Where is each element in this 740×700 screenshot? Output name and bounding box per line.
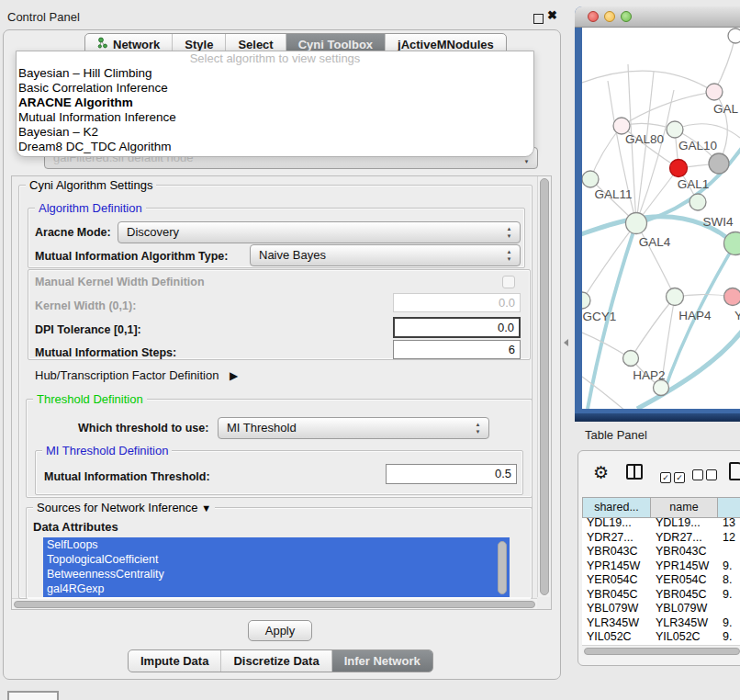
data-attributes-label: Data Attributes: [33, 520, 118, 534]
table-row[interactable]: YDR27...YDR27...12: [582, 531, 740, 546]
table-horizontal-scrollbar[interactable]: [582, 645, 740, 656]
sources-title-text: Sources for Network Inference: [37, 501, 198, 514]
mi-algorithm-type-value: Naive Bayes: [251, 245, 520, 265]
node-bottom[interactable]: [654, 380, 669, 396]
node-gal4[interactable]: [626, 213, 647, 234]
close-panel-icon[interactable]: ✖: [547, 8, 557, 22]
node-gal[interactable]: [706, 84, 723, 100]
expander-collapsed-icon: ▶: [230, 369, 238, 382]
list-item-gal4rgexp[interactable]: gal4RGexp: [43, 581, 510, 596]
aracne-mode-label: Aracne Mode:: [35, 226, 111, 239]
group-title-mi-threshold: MI Threshold Definition: [42, 444, 172, 457]
apply-button[interactable]: Apply: [248, 620, 312, 641]
table-row[interactable]: YPR145WYPR145W9.: [582, 559, 740, 574]
minimize-window-icon[interactable]: [604, 11, 615, 22]
kernel-width-input[interactable]: 0.0: [393, 293, 521, 312]
node-hap4[interactable]: [667, 288, 684, 306]
mi-steps-input[interactable]: 6: [393, 340, 521, 359]
aracne-mode-value: Discovery: [118, 222, 520, 243]
combo-stepper-icon: ▲▼: [505, 248, 513, 263]
expander-expanded-icon: ▼: [201, 502, 211, 514]
unselect-all-columns-icon[interactable]: [692, 468, 717, 484]
list-item-selfloops[interactable]: SelfLoops: [43, 537, 510, 552]
dropdown-item-mutual-information[interactable]: Mutual Information Inference: [17, 110, 533, 125]
which-threshold-combo[interactable]: MI Threshold ▲▼: [218, 417, 489, 439]
node-label-gal11: GAL11: [594, 187, 632, 201]
node-gal11[interactable]: [582, 171, 599, 187]
kernel-width-label: Kernel Width (0,1):: [35, 299, 136, 312]
split-columns-icon[interactable]: [626, 464, 643, 480]
table-row[interactable]: YBL079WYBL079W: [582, 602, 740, 616]
mi-algorithm-type-combo[interactable]: Naive Bayes ▲▼: [250, 244, 521, 266]
table-row[interactable]: YBR043CYBR043C: [582, 545, 740, 559]
select-all-columns-icon[interactable]: ✓✓: [660, 468, 685, 484]
column-header-shared-name[interactable]: shared...: [582, 497, 651, 518]
algorithm-dropdown-popup: Select algorithm to view settings Bayesi…: [16, 51, 534, 157]
node-label-gal10: GAL10: [678, 139, 717, 152]
node-unlabeled[interactable]: [728, 28, 740, 43]
list-item-betweennesscentrality[interactable]: BetweennessCentrality: [43, 567, 510, 581]
dropdown-item-basic-correlation[interactable]: Basic Correlation Inference: [17, 81, 533, 96]
node-hap2[interactable]: [623, 351, 639, 367]
tab-infer-network[interactable]: Infer Network: [331, 650, 432, 672]
node-y[interactable]: [724, 288, 740, 306]
manual-kernel-width-label: Manual Kernel Width Definition: [35, 276, 205, 288]
table-row[interactable]: YBR045CYBR045C9.: [582, 588, 740, 603]
node-swi4[interactable]: [690, 194, 706, 210]
data-attributes-list[interactable]: SelfLoops TopologicalCoefficient Between…: [43, 537, 510, 597]
node-gal1[interactable]: [670, 160, 688, 177]
table-row[interactable]: YDL19...YDL19...13: [582, 516, 740, 531]
zoom-window-icon[interactable]: [621, 11, 632, 22]
hub-expander-label: Hub/Transcription Factor Definition: [35, 368, 219, 382]
node-label-hap4: HAP4: [678, 309, 712, 322]
settings-horizontal-scrollbar[interactable]: [12, 598, 537, 609]
node-label-gal1: GAL1: [678, 177, 710, 191]
table-header-row: shared... name: [582, 497, 740, 516]
attribute-table[interactable]: shared... name YDL19...YDL19...13 YDR27.…: [582, 497, 740, 646]
dropdown-item-dream8[interactable]: Dream8 DC_TDC Algorithm: [17, 140, 533, 154]
bottom-tabbar: Impute Data Discretize Data Infer Networ…: [128, 649, 433, 672]
combo-stepper-icon: ▲▼: [474, 421, 482, 435]
table-row[interactable]: YLR345WYLR345W9.: [582, 616, 740, 631]
column-header-third[interactable]: [718, 497, 740, 518]
dpi-tolerance-input[interactable]: 0.0: [393, 317, 521, 338]
network-window-titlebar[interactable]: [575, 6, 740, 28]
new-table-icon[interactable]: [729, 462, 740, 480]
control-panel-title: Control Panel: [7, 10, 80, 24]
mi-algorithm-type-label: Mutual Information Algorithm Type:: [35, 250, 228, 263]
gear-icon[interactable]: ⚙: [593, 464, 609, 481]
group-title-algorithm-definition: Algorithm Definition: [35, 201, 146, 215]
table-row[interactable]: YIL052CYIL052C9.: [582, 630, 740, 645]
network-graph: GAL GAL80 GAL10 GAL1 GAL11 SWI4 GAL4 GCY…: [582, 28, 740, 409]
which-threshold-label: Which threshold to use:: [78, 422, 208, 435]
collapsed-panel-box[interactable]: [7, 691, 59, 700]
network-canvas[interactable]: GAL GAL80 GAL10 GAL1 GAL11 SWI4 GAL4 GCY…: [582, 28, 740, 409]
node-gray[interactable]: [709, 153, 729, 174]
tab-infer-network-label: Infer Network: [344, 650, 420, 672]
float-panel-icon[interactable]: [533, 14, 544, 24]
column-header-name[interactable]: name: [651, 497, 718, 518]
attribute-list-scrollbar[interactable]: [498, 541, 507, 594]
mi-threshold-input[interactable]: 0.5: [386, 464, 517, 484]
node-gcy1[interactable]: [582, 292, 590, 309]
dropdown-item-bayesian-k2[interactable]: Bayesian – K2: [17, 125, 533, 140]
dropdown-item-aracne[interactable]: ARACNE Algorithm: [17, 96, 533, 110]
node-gal10[interactable]: [667, 121, 683, 138]
manual-kernel-width-checkbox[interactable]: [502, 276, 515, 288]
table-row[interactable]: YER054CYER054C8.: [582, 573, 740, 588]
dropdown-item-bayesian-hill[interactable]: Bayesian – Hill Climbing: [17, 66, 533, 81]
tab-discretize-data-label: Discretize Data: [233, 650, 319, 672]
tab-impute-data[interactable]: Impute Data: [129, 650, 220, 672]
group-title-threshold: Threshold Definition: [33, 392, 147, 406]
aracne-mode-combo[interactable]: Discovery ▲▼: [118, 221, 521, 243]
list-item-topologicalcoefficient[interactable]: TopologicalCoefficient: [43, 552, 510, 567]
node-label-gcy1: GCY1: [583, 310, 617, 323]
node-label-gal: GAL: [713, 102, 739, 116]
table-panel-title: Table Panel: [585, 428, 647, 442]
close-window-icon[interactable]: [588, 11, 599, 22]
tab-discretize-data[interactable]: Discretize Data: [220, 650, 331, 672]
settings-vertical-scrollbar[interactable]: [537, 176, 550, 597]
hub-expander[interactable]: Hub/Transcription Factor Definition ▶: [35, 368, 238, 382]
group-title-sources[interactable]: Sources for Network Inference ▼: [33, 501, 215, 514]
splitter-collapse-arrow-icon[interactable]: [564, 339, 568, 346]
